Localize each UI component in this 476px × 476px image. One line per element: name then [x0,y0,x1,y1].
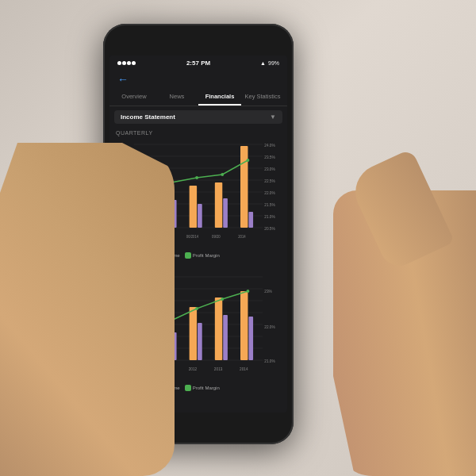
svg-text:20.5%: 20.5% [264,227,275,231]
svg-text:06/2014: 06/2014 [186,235,199,239]
signal-dots [117,60,136,67]
tab-key-statistics[interactable]: Key Statistics [241,89,284,106]
svg-text:2014: 2014 [238,235,246,239]
svg-text:21.0%: 21.0% [264,215,275,219]
svg-text:22.5%: 22.5% [264,179,275,183]
svg-text:24.0%: 24.0% [264,144,275,148]
nav-back-bar: ← [109,70,287,89]
svg-rect-33 [248,212,253,228]
svg-point-75 [195,307,198,310]
status-bar: 2:57 PM ▲ 99% [109,56,287,70]
svg-point-76 [221,298,224,301]
income-statement-dropdown[interactable]: Income Statement ▼ [114,110,282,124]
svg-rect-29 [198,204,202,228]
svg-text:09/20: 09/20 [212,235,221,239]
svg-text:2012: 2012 [189,367,198,371]
svg-text:23.5%: 23.5% [264,155,275,159]
tab-news[interactable]: News [155,89,198,106]
svg-text:2013: 2013 [214,367,223,371]
svg-rect-69 [215,298,222,360]
profit-margin-label: Profit Margin [193,253,220,258]
svg-text:22.0%: 22.0% [264,325,275,329]
svg-rect-70 [223,315,228,360]
status-right: ▲ 99% [260,60,279,66]
svg-point-77 [247,290,250,293]
quarterly-label: QUARTERLY [109,128,287,136]
status-time: 2:57 PM [186,60,210,67]
svg-rect-68 [198,323,202,360]
svg-rect-30 [215,182,222,228]
tab-bar: Overview News Financials Key Statistics [109,89,287,106]
svg-rect-32 [240,146,248,228]
dropdown-arrow-icon: ▼ [270,113,276,121]
svg-point-37 [221,173,224,176]
profit-margin-color-box [185,252,191,259]
svg-rect-67 [190,307,197,360]
profit-margin-color-box-yearly [185,385,191,391]
svg-text:23%: 23% [264,290,272,294]
profit-margin-label-yearly: Profit Margin [193,386,220,390]
svg-point-38 [247,159,250,162]
tab-overview[interactable]: Overview [113,89,155,106]
svg-rect-72 [248,317,253,360]
legend-profit-margin: Profit Margin [185,252,220,259]
svg-rect-31 [223,198,228,228]
wifi-icon: ▲ [260,60,266,66]
svg-text:2014: 2014 [240,367,248,371]
back-arrow[interactable]: ← [117,73,129,86]
svg-point-36 [195,176,198,179]
legend-profit-margin-yearly: Profit Margin [185,385,220,391]
svg-text:21.0%: 21.0% [264,359,275,363]
svg-rect-28 [190,186,197,228]
tab-financials[interactable]: Financials [198,89,241,106]
svg-text:22.0%: 22.0% [264,191,275,195]
battery-label: 99% [268,60,279,66]
svg-text:23.0%: 23.0% [264,167,275,171]
svg-rect-71 [240,291,248,360]
scene: 2:57 PM ▲ 99% ← Overview News Financials… [0,0,476,476]
dropdown-label: Income Statement [121,113,175,121]
left-hand [0,143,175,476]
svg-text:21.5%: 21.5% [264,203,275,207]
